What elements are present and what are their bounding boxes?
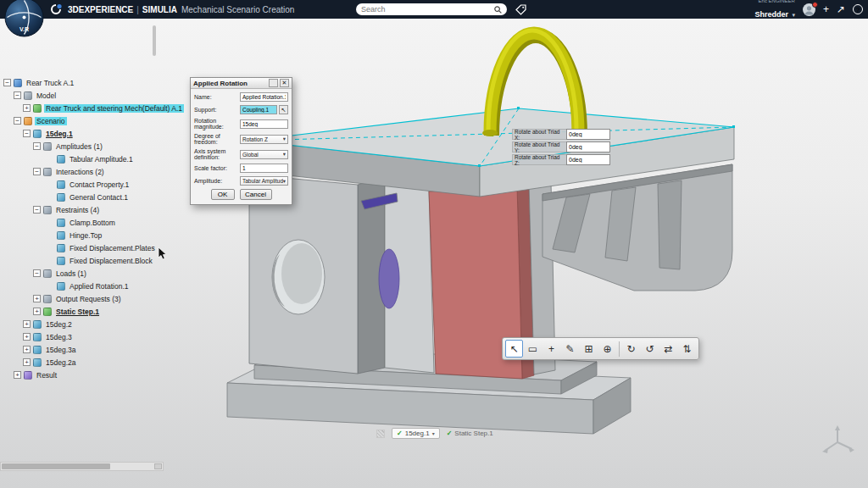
scale-factor-input[interactable]: [240, 164, 288, 173]
tree-item-rear-truck-a1[interactable]: Rear Truck A.1: [2, 76, 159, 89]
expand-icon[interactable]: [33, 308, 41, 315]
tree-item-restraints[interactable]: Restraints (4): [2, 203, 159, 216]
expand-icon[interactable]: [14, 371, 21, 379]
rotate-y-input[interactable]: [566, 141, 610, 152]
pick-edit-icon[interactable]: ✎: [561, 340, 579, 358]
rotate-x-input[interactable]: [566, 129, 610, 140]
purple-half-disc: [379, 249, 399, 308]
rotate-ccw-icon[interactable]: ↺: [641, 340, 659, 358]
expand-icon[interactable]: [23, 346, 31, 353]
collapse-icon[interactable]: [33, 142, 41, 150]
share-icon[interactable]: ↗: [837, 4, 845, 14]
horizontal-scrollbar[interactable]: [0, 462, 164, 471]
active-case[interactable]: ✓ Static Step.1: [447, 430, 493, 437]
rotate-cw-icon[interactable]: ↻: [622, 340, 640, 358]
tree-item-applied-rotation-1[interactable]: Applied Rotation.1: [2, 280, 159, 292]
tree-item-amplitudes[interactable]: Amplitudes (1): [2, 140, 159, 152]
tree-item-general-contact-1[interactable]: General Contact.1: [2, 191, 159, 203]
collapse-icon[interactable]: [14, 117, 21, 125]
search-bar[interactable]: [356, 3, 507, 15]
orbit-icon[interactable]: ⊕: [598, 340, 616, 358]
user-role-label: Eric ENGINEER: [754, 0, 794, 4]
drag-grip-icon[interactable]: [376, 430, 385, 438]
rotation-magnitude-input[interactable]: [240, 119, 288, 129]
tree-item-scenario[interactable]: Scenario: [2, 114, 159, 127]
collapse-icon[interactable]: [14, 92, 21, 99]
active-case-label: Static Step.1: [454, 430, 492, 437]
tree-item-fixed-displacement-plates[interactable]: Fixed Displacement.Plates: [2, 241, 159, 254]
tree-item-contact-property-1[interactable]: Contact Property.1: [2, 178, 159, 191]
tree-item-interactions[interactable]: Interactions (2): [2, 165, 159, 178]
tree-item-15deg-3[interactable]: 15deg.3: [2, 330, 159, 343]
expand-icon[interactable]: [23, 333, 31, 341]
tree-item-15deg-2a[interactable]: 15deg.2a: [2, 356, 159, 369]
move-grid-icon[interactable]: ⊞: [580, 340, 598, 358]
dialog-more-button[interactable]: [269, 79, 278, 87]
translate-horizontal-icon[interactable]: ⇄: [659, 340, 677, 358]
support-input[interactable]: [240, 105, 277, 114]
tree-item-static-step-1[interactable]: Static Step.1: [2, 305, 159, 318]
scrollbar-thumb[interactable]: [2, 463, 110, 469]
tree-item-tabular-amplitude-1[interactable]: Tabular Amplitude.1: [2, 152, 159, 165]
scrollbar-end-button[interactable]: [154, 463, 162, 469]
collapse-icon[interactable]: [23, 130, 31, 137]
search-input[interactable]: [361, 5, 494, 14]
dassault-logo-icon: [49, 3, 63, 15]
product-icon: [33, 104, 42, 113]
name-label: Name:: [194, 94, 238, 100]
dialog-close-button[interactable]: ✕: [280, 79, 289, 87]
tree-item-15deg-1[interactable]: 15deg.1: [2, 127, 159, 140]
tree-item-hinge-top[interactable]: Hinge.Top: [2, 229, 159, 241]
axis-system-select[interactable]: Global▾: [240, 150, 288, 159]
tree-item-model[interactable]: Model: [2, 89, 159, 102]
ok-button[interactable]: OK: [211, 189, 235, 200]
pick-point-icon[interactable]: +: [542, 340, 560, 358]
amplitude-label: Amplitude:: [194, 178, 238, 184]
cancel-button[interactable]: Cancel: [240, 189, 272, 200]
app-label: SIMULIA: [142, 5, 177, 14]
avatar[interactable]: [803, 3, 815, 16]
translate-vertical-icon[interactable]: ⇅: [678, 340, 696, 358]
restraint-icon: [57, 244, 65, 252]
axis-triad-icon: [817, 424, 858, 464]
name-input[interactable]: [240, 92, 288, 102]
expand-icon[interactable]: [33, 295, 41, 302]
expand-icon[interactable]: [23, 358, 31, 366]
expand-icon[interactable]: [23, 320, 31, 328]
tree-item-15deg-3a[interactable]: 15deg.3a: [2, 343, 159, 356]
collapse-icon[interactable]: [3, 79, 11, 86]
case-icon: [33, 130, 42, 138]
collapse-icon[interactable]: [33, 269, 41, 277]
tree-item-result[interactable]: Result: [2, 369, 159, 381]
dialog-title: Applied Rotation: [193, 80, 267, 87]
3d-compass[interactable]: V.R: [4, 0, 44, 41]
help-icon[interactable]: ?: [853, 4, 863, 14]
app-subtitle: Mechanical Scenario Creation: [181, 5, 294, 14]
dof-select[interactable]: Rotation Z▾: [240, 135, 288, 144]
expand-icon[interactable]: [23, 104, 31, 112]
user-menu[interactable]: Eric ENGINEER Shredder ▾: [754, 0, 794, 20]
active-step-dropdown[interactable]: ✓ 15deg.1 ▾: [392, 428, 440, 439]
tree-item-fixed-displacement-block[interactable]: Fixed Displacement.Block: [2, 254, 159, 267]
tree-item-clamp-bottom[interactable]: Clamp.Bottom: [2, 216, 159, 229]
collapse-icon[interactable]: [33, 206, 41, 214]
collapse-icon[interactable]: [33, 168, 41, 175]
dialog-titlebar[interactable]: Applied Rotation ✕: [191, 78, 292, 89]
contact-icon: [57, 193, 65, 202]
tree-item-rear-truck-product[interactable]: Rear Truck and steering Mech(Default) A.…: [2, 102, 159, 114]
assembly-icon: [14, 79, 22, 87]
tree-item-15deg-2[interactable]: 15deg.2: [2, 318, 159, 330]
tree-item-loads[interactable]: Loads (1): [2, 267, 159, 280]
tree-item-output-requests[interactable]: Output Requests (3): [2, 292, 159, 305]
select-cursor-icon[interactable]: ↖: [505, 340, 523, 358]
tree-scrollbar[interactable]: [153, 25, 156, 56]
select-rectangle-icon[interactable]: ▭: [524, 340, 542, 358]
add-icon[interactable]: +: [823, 4, 829, 14]
chevron-down-icon: ▾: [432, 430, 435, 436]
amplitude-select[interactable]: Tabular Amplitude.1▾: [240, 176, 288, 186]
rotate-z-input[interactable]: [566, 154, 610, 165]
tag-icon[interactable]: [515, 3, 526, 19]
user-cluster: Eric ENGINEER Shredder ▾ + ↗ ?: [754, 0, 863, 19]
support-pick-icon[interactable]: ↖: [279, 105, 288, 114]
folder-icon: [43, 142, 52, 151]
